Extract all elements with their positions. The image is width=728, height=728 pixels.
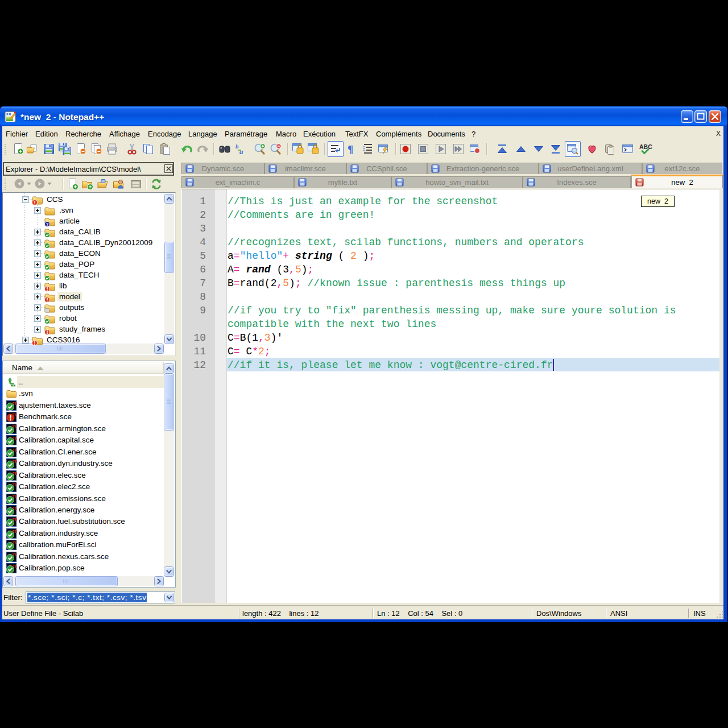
svg-text:ABC: ABC	[639, 143, 652, 150]
svg-text:b: b	[235, 143, 239, 150]
svg-text:?: ?	[46, 222, 49, 227]
svg-text:¶: ¶	[348, 143, 353, 155]
svg-text:a: a	[239, 147, 243, 155]
